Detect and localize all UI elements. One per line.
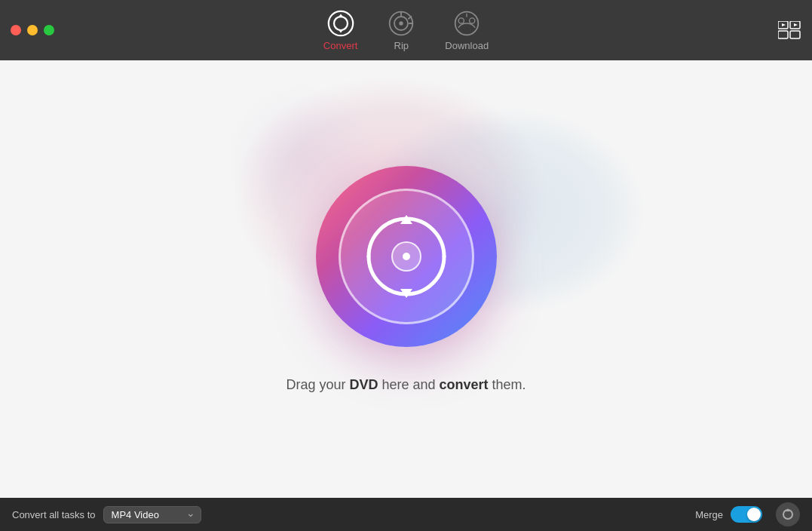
circular-arrows-svg xyxy=(357,207,455,305)
svg-marker-17 xyxy=(782,23,786,26)
nav-tabs: Convert Rip Download xyxy=(308,4,504,57)
tab-convert-label: Convert xyxy=(323,40,358,51)
format-select-wrapper[interactable]: MP4 Video MOV Video AVI Video MKV Video … xyxy=(103,506,201,523)
close-button[interactable] xyxy=(11,25,21,35)
drag-text-prefix: Drag your xyxy=(286,377,349,392)
tab-download[interactable]: Download xyxy=(430,4,504,57)
svg-marker-2 xyxy=(338,29,343,33)
merge-label: Merge xyxy=(695,509,723,520)
svg-marker-1 xyxy=(338,14,343,17)
convert-all-label: Convert all tasks to xyxy=(12,509,96,520)
inner-circle xyxy=(339,189,474,324)
svg-point-10 xyxy=(458,17,464,23)
svg-point-5 xyxy=(400,21,403,25)
toggle-thumb xyxy=(747,508,761,521)
drag-text-dvd: DVD xyxy=(349,377,378,392)
main-icon[interactable] xyxy=(316,166,497,347)
drag-text-convert: convert xyxy=(440,377,489,392)
refresh-button[interactable] xyxy=(776,502,800,526)
merge-toggle[interactable] xyxy=(731,506,762,523)
convert-icon xyxy=(327,10,354,37)
svg-point-11 xyxy=(470,17,475,23)
svg-rect-14 xyxy=(778,31,788,38)
refresh-icon xyxy=(781,508,795,521)
bottom-bar: Convert all tasks to MP4 Video MOV Video… xyxy=(0,498,812,531)
drag-text-middle: here and xyxy=(378,377,439,392)
window-controls xyxy=(11,25,54,35)
media-library-icon xyxy=(778,21,801,39)
download-icon xyxy=(453,10,480,37)
toggle-track[interactable] xyxy=(731,506,762,523)
tab-download-label: Download xyxy=(445,40,489,51)
titlebar: Convert Rip Download xyxy=(0,0,812,60)
drag-drop-text: Drag your DVD here and convert them. xyxy=(286,377,526,393)
maximize-button[interactable] xyxy=(44,25,54,35)
toolbar-right xyxy=(777,18,801,42)
media-library-button[interactable] xyxy=(777,18,801,42)
tab-rip-label: Rip xyxy=(394,40,409,51)
drag-text-suffix: them. xyxy=(489,377,526,392)
arrows-container xyxy=(357,207,455,305)
rip-icon xyxy=(388,10,415,37)
main-content: Drag your DVD here and convert them. xyxy=(0,60,812,498)
tab-rip[interactable]: Rip xyxy=(372,4,430,57)
format-select[interactable]: MP4 Video MOV Video AVI Video MKV Video … xyxy=(103,506,201,523)
tab-convert[interactable]: Convert xyxy=(308,4,373,57)
minimize-button[interactable] xyxy=(27,25,38,35)
convert-circle xyxy=(316,166,497,347)
svg-marker-18 xyxy=(794,23,798,26)
svg-rect-16 xyxy=(790,31,800,38)
